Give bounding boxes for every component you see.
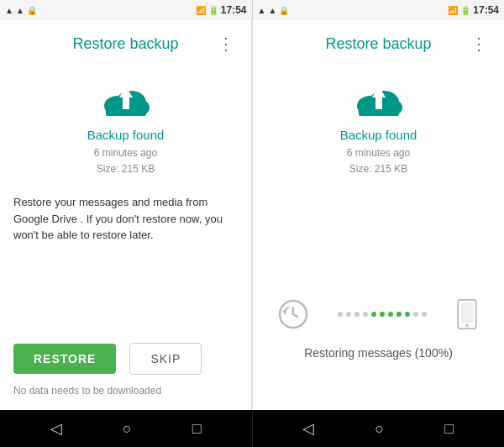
app-bar-right: Restore backup ⋮ (253, 20, 504, 64)
status-bar-left: ▲ ▲ 🔒 📶 🔋 17:54 (0, 0, 252, 20)
app-title-right: Restore backup (290, 35, 467, 53)
history-icon (278, 299, 308, 329)
time-display: 17:54 (221, 4, 247, 16)
restore-description: Restore your messages and media from Goo… (0, 184, 251, 254)
signal-icon-2: 📶 (196, 6, 206, 15)
signal-icon-r: ▲ (258, 6, 266, 15)
progress-area: Restoring messages (100%) (253, 272, 504, 410)
status-bar-right: ▲ ▲ 🔒 📶 🔋 17:54 (253, 0, 505, 20)
restore-button[interactable]: RESTORE (13, 344, 116, 374)
svg-rect-13 (461, 303, 473, 323)
nav-bar-right: ◁ ○ □ (253, 410, 505, 447)
progress-dot-7 (396, 312, 402, 317)
time-display-right: 17:54 (473, 4, 499, 16)
app-title-left: Restore backup (37, 35, 214, 53)
progress-dot-4 (371, 312, 376, 317)
progress-dot-2 (354, 312, 360, 317)
cloud-upload-icon-right (352, 77, 406, 121)
lock-icon-r: 🔒 (279, 6, 289, 15)
nav-bar-left: ◁ ○ □ (0, 410, 252, 447)
progress-dot-9 (413, 312, 418, 317)
back-button-left[interactable]: ◁ (50, 419, 62, 438)
progress-dot-3 (363, 312, 368, 317)
progress-dot-10 (422, 312, 427, 317)
signal-icon-r2: 📶 (448, 6, 458, 15)
menu-button-right[interactable]: ⋮ (467, 30, 491, 57)
phone-icon (455, 299, 479, 329)
backup-meta-left: 6 minutes ago Size: 215 KB (94, 145, 157, 177)
app-bar-left: Restore backup ⋮ (0, 20, 251, 64)
backup-found-label-right: Backup found (340, 128, 417, 142)
progress-dot-5 (380, 312, 385, 317)
menu-button-left[interactable]: ⋮ (214, 30, 238, 57)
recent-button-left[interactable]: □ (192, 420, 202, 438)
progress-dot-8 (405, 312, 410, 317)
restoring-text: Restoring messages (100%) (304, 346, 453, 360)
battery-icon-r: 🔋 (460, 6, 470, 15)
lock-icon: 🔒 (27, 6, 37, 15)
action-buttons: RESTORE SKIP (0, 329, 251, 381)
signal-icon: ▲ (5, 6, 13, 15)
skip-button[interactable]: SKIP (129, 343, 202, 375)
backup-meta-right: 6 minutes ago Size: 215 KB (347, 145, 410, 177)
cloud-area-left: Backup found 6 minutes ago Size: 215 KB (0, 64, 251, 184)
cloud-upload-icon (99, 77, 153, 121)
wifi-icon-r: ▲ (268, 6, 276, 15)
progress-dot-1 (346, 312, 351, 317)
battery-icon: 🔋 (208, 6, 218, 15)
progress-dot-0 (338, 312, 343, 317)
restore-animation (278, 299, 479, 329)
right-panel: Restore backup ⋮ Backup found 6 minutes … (253, 20, 504, 410)
progress-dot-6 (388, 312, 393, 317)
left-panel: Restore backup ⋮ Backup found 6 minutes … (0, 20, 251, 410)
backup-found-label-left: Backup found (87, 128, 165, 142)
recent-button-right[interactable]: □ (444, 420, 454, 438)
svg-point-14 (465, 324, 469, 328)
dots-track (308, 312, 455, 317)
home-button-right[interactable]: ○ (375, 420, 384, 438)
wifi-icon: ▲ (16, 6, 24, 15)
no-download-text: No data needs to be downloaded (0, 381, 251, 410)
nav-bar: ◁ ○ □ ◁ ○ □ (0, 410, 504, 447)
cloud-area-right: Backup found 6 minutes ago Size: 215 KB (253, 64, 504, 184)
back-button-right[interactable]: ◁ (302, 419, 314, 438)
home-button-left[interactable]: ○ (123, 420, 132, 438)
